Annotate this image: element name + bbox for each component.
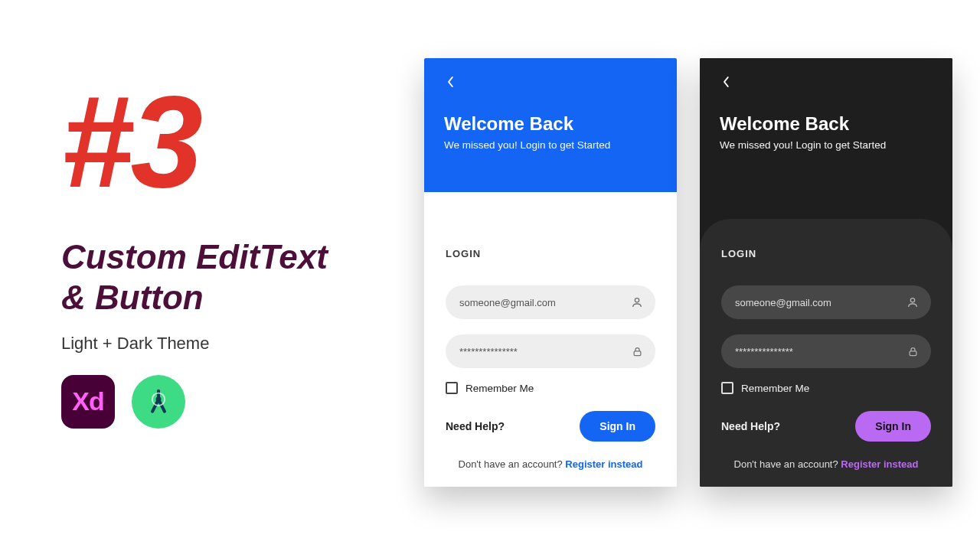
remember-checkbox[interactable] [721, 382, 733, 394]
sign-in-button[interactable]: Sign In [855, 411, 931, 442]
welcome-subtitle: We missed you! Login to get Started [720, 139, 933, 151]
welcome-title: Welcome Back [444, 113, 657, 135]
welcome-subtitle: We missed you! Login to get Started [444, 139, 657, 151]
promo-title-line2: & Button [61, 279, 204, 316]
promo-title: Custom EditText & Button [61, 237, 398, 318]
light-theme-mock: Welcome Back We missed you! Login to get… [424, 58, 677, 487]
svg-rect-3 [634, 350, 641, 355]
password-placeholder: *************** [459, 346, 518, 357]
user-icon [906, 296, 919, 308]
adobe-xd-logo-icon: Xd [61, 375, 115, 429]
login-section-label: LOGIN [446, 248, 655, 259]
back-icon[interactable] [446, 73, 456, 93]
remember-label: Remember Me [741, 383, 809, 394]
register-link[interactable]: Register instead [841, 458, 918, 470]
sign-in-button[interactable]: Sign In [580, 411, 655, 442]
lock-icon [907, 346, 919, 357]
svg-point-4 [910, 298, 914, 302]
email-field[interactable]: someone@gmail.com [721, 285, 931, 319]
lock-icon [632, 346, 643, 357]
remember-me-row[interactable]: Remember Me [446, 382, 655, 394]
email-field[interactable]: someone@gmail.com [446, 285, 655, 319]
promo-subtitle: Light + Dark Theme [61, 334, 398, 354]
password-field[interactable]: *************** [721, 334, 931, 368]
adobe-xd-label: Xd [72, 386, 103, 416]
need-help-link[interactable]: Need Help? [446, 420, 505, 432]
no-account-text: Don't have an account? [459, 458, 566, 470]
promo-panel: #3 Custom EditText & Button Light + Dark… [61, 77, 398, 429]
password-field[interactable]: *************** [446, 334, 655, 368]
no-account-text: Don't have an account? [734, 458, 841, 470]
register-footer: Don't have an account? Register instead [700, 458, 952, 470]
dark-theme-mock: Welcome Back We missed you! Login to get… [700, 58, 952, 487]
sign-in-label: Sign In [599, 420, 635, 432]
remember-checkbox[interactable] [446, 382, 458, 394]
email-placeholder: someone@gmail.com [459, 297, 556, 308]
need-help-link[interactable]: Need Help? [721, 420, 780, 432]
welcome-title: Welcome Back [720, 113, 933, 135]
register-link[interactable]: Register instead [565, 458, 642, 470]
back-icon[interactable] [721, 73, 732, 93]
register-footer: Don't have an account? Register instead [424, 458, 677, 470]
svg-point-2 [635, 298, 639, 302]
episode-number: #3 [61, 77, 398, 207]
android-studio-logo-icon [132, 375, 185, 429]
promo-title-line1: Custom EditText [61, 238, 328, 276]
remember-me-row[interactable]: Remember Me [721, 382, 931, 394]
sign-in-label: Sign In [875, 420, 911, 432]
email-placeholder: someone@gmail.com [735, 297, 831, 308]
login-section-label: LOGIN [721, 248, 931, 259]
password-placeholder: *************** [735, 346, 793, 357]
user-icon [631, 296, 643, 308]
svg-point-0 [156, 396, 162, 402]
remember-label: Remember Me [466, 383, 534, 394]
svg-rect-5 [910, 350, 916, 355]
